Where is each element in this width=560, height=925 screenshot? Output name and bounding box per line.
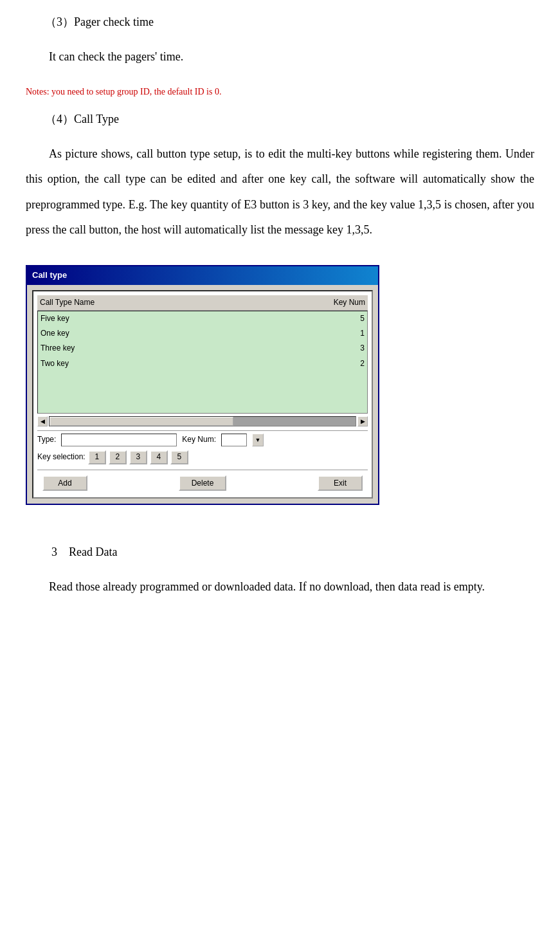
dialog-title: Call type bbox=[32, 269, 67, 282]
dialog-window: Call type Call Type Name Key Num Five ke… bbox=[26, 265, 379, 505]
section3-heading: （3）Pager check time bbox=[45, 13, 534, 32]
col-header-name: Call Type Name bbox=[40, 297, 320, 309]
keynum-dropdown[interactable]: ▼ bbox=[252, 434, 264, 446]
delete-button[interactable]: Delete bbox=[179, 475, 227, 491]
key-btn-2[interactable]: 2 bbox=[109, 450, 127, 464]
table-row[interactable]: Three key3 bbox=[38, 341, 367, 356]
action-buttons-row: Add Delete Exit bbox=[37, 473, 368, 493]
row-name: Three key bbox=[41, 342, 320, 354]
dialog-inner: Call Type Name Key Num Five key5One key1… bbox=[32, 290, 373, 499]
section3-notes: Notes: you need to setup group ID, the d… bbox=[26, 85, 534, 99]
row-key: 3 bbox=[320, 342, 365, 354]
divider bbox=[37, 430, 368, 431]
table-row[interactable]: One key1 bbox=[38, 326, 367, 341]
section-read-number: 3 Read Data bbox=[51, 543, 534, 562]
table-row[interactable]: Five key5 bbox=[38, 311, 367, 326]
row-name: One key bbox=[41, 327, 320, 340]
scroll-thumb[interactable] bbox=[50, 417, 233, 426]
section4-body: As picture shows, call button type setup… bbox=[26, 142, 534, 243]
scroll-right-btn[interactable]: ▶ bbox=[357, 416, 368, 426]
scroll-track[interactable] bbox=[49, 416, 356, 426]
dialog-body: Call Type Name Key Num Five key5One key1… bbox=[27, 285, 378, 504]
section-read-body: Read those already programmed or downloa… bbox=[26, 574, 534, 600]
exit-button[interactable]: Exit bbox=[318, 475, 363, 491]
key-btn-1[interactable]: 1 bbox=[88, 450, 106, 464]
row-name: Two key bbox=[41, 358, 320, 370]
row-key: 1 bbox=[320, 327, 365, 340]
add-button[interactable]: Add bbox=[42, 475, 87, 491]
col-header-key: Key Num bbox=[320, 297, 365, 309]
key-btn-3[interactable]: 3 bbox=[129, 450, 147, 464]
row-key: 5 bbox=[320, 313, 365, 325]
call-type-dialog: Call type Call Type Name Key Num Five ke… bbox=[26, 265, 379, 505]
section3-body: It can check the pagers' time. bbox=[26, 44, 534, 70]
table-row[interactable]: Two key2 bbox=[38, 356, 367, 371]
key-btn-5[interactable]: 5 bbox=[170, 450, 188, 464]
section4-heading: （4）Call Type bbox=[45, 110, 534, 129]
table-header: Call Type Name Key Num bbox=[37, 295, 368, 311]
key-selection-row: Key selection: 1 2 3 4 5 bbox=[37, 450, 368, 464]
dialog-titlebar: Call type bbox=[27, 266, 378, 285]
row-name: Five key bbox=[41, 313, 320, 325]
type-input[interactable] bbox=[61, 434, 177, 446]
type-label: Type: bbox=[37, 434, 56, 446]
keynum-input[interactable] bbox=[221, 434, 247, 446]
scrollbar-area: ◀ ▶ bbox=[37, 416, 368, 426]
table-data-area[interactable]: Five key5One key1Three key3Two key2 bbox=[37, 311, 368, 414]
divider2 bbox=[37, 470, 368, 470]
scroll-left-btn[interactable]: ◀ bbox=[37, 416, 48, 426]
form-row-type: Type: Key Num: ▼ bbox=[37, 434, 368, 446]
row-key: 2 bbox=[320, 358, 365, 370]
key-btn-4[interactable]: 4 bbox=[150, 450, 168, 464]
key-selection-label: Key selection: bbox=[37, 451, 86, 463]
keynum-label: Key Num: bbox=[182, 434, 216, 446]
